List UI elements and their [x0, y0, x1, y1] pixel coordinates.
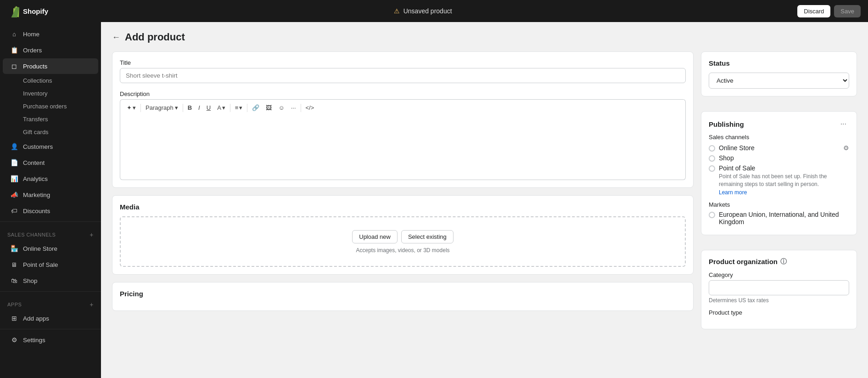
publishing-card: Publishing ··· Sales channels Online Sto… — [701, 111, 857, 235]
products-icon: ◻ — [10, 62, 18, 70]
title-field-label: Title — [120, 59, 686, 66]
sidebar-item-online-store[interactable]: 🏪 Online Store — [3, 241, 98, 256]
sidebar-item-orders[interactable]: 📋 Orders — [3, 42, 98, 58]
shop-icon: 🛍 — [10, 276, 18, 285]
pricing-card: Pricing — [112, 282, 694, 311]
category-input[interactable] — [709, 280, 849, 295]
product-org-title-text: Product organization — [709, 258, 778, 265]
description-toolbar: ✦ ▾ Paragraph ▾ B I U — [120, 99, 686, 116]
sidebar-sub-transfers[interactable]: Transfers — [3, 113, 98, 125]
align-btn[interactable]: ≡ ▾ — [232, 102, 246, 113]
unsaved-label: Unsaved product — [403, 7, 452, 15]
italic-label: I — [198, 104, 200, 111]
pos-channel-name: Point of Sale — [719, 164, 849, 172]
publishing-title: Publishing — [709, 120, 744, 128]
sidebar-item-shop[interactable]: 🛍 Shop — [3, 273, 98, 288]
upload-new-button[interactable]: Upload new — [352, 230, 398, 243]
select-existing-button[interactable]: Select existing — [401, 230, 454, 243]
channel-pos: Point of Sale Point of Sale has not been… — [709, 164, 849, 196]
back-button[interactable]: ← — [112, 33, 120, 42]
code-icon: </> — [306, 104, 314, 111]
image-icon: 🖼 — [266, 104, 272, 111]
sidebar-item-products[interactable]: ◻ Products — [3, 58, 98, 74]
product-type-label: Product type — [709, 309, 849, 316]
bold-btn[interactable]: B — [185, 102, 195, 113]
online-store-label: Online Store — [23, 245, 57, 252]
sidebar-divider-3 — [0, 329, 101, 329]
online-store-radio[interactable] — [709, 145, 715, 152]
sidebar-item-home[interactable]: ⌂ Home — [3, 26, 98, 42]
publishing-more-button[interactable]: ··· — [838, 119, 849, 129]
underline-label: U — [207, 104, 211, 111]
category-hint: Determines US tax rates — [709, 297, 849, 304]
text-color-btn[interactable]: A ▾ — [214, 102, 228, 113]
page-header: ← Add product — [112, 31, 857, 43]
title-description-card: Title Description ✦ ▾ Paragraph — [112, 51, 694, 188]
pos-warning: Point of Sale has not been set up. Finis… — [719, 173, 849, 188]
italic-btn[interactable]: I — [196, 102, 203, 113]
sidebar-sub-purchase-orders[interactable]: Purchase orders — [3, 100, 98, 113]
bold-label: B — [188, 104, 192, 111]
sidebar-item-discounts[interactable]: 🏷 Discounts — [3, 203, 98, 219]
analytics-label: Analytics — [23, 175, 48, 182]
settings-label: Settings — [23, 337, 45, 344]
status-title: Status — [709, 59, 849, 67]
magic-chevron: ▾ — [133, 104, 136, 111]
magic-icon: ✦ — [127, 104, 132, 111]
pos-learn-more-link[interactable]: Learn more — [719, 189, 747, 196]
sidebar-item-customers[interactable]: 👤 Customers — [3, 139, 98, 154]
underline-btn[interactable]: U — [204, 102, 213, 113]
media-dropzone[interactable]: Upload new Select existing Accepts image… — [120, 216, 686, 267]
home-icon: ⌂ — [10, 30, 18, 38]
sidebar-item-analytics[interactable]: 📊 Analytics — [3, 171, 98, 186]
emoji-icon: ☺ — [278, 104, 284, 111]
sales-channels-title: Sales channels — [709, 134, 849, 141]
topbar: shopify ⚠ Unsaved product Discard Save — [0, 0, 868, 22]
link-btn[interactable]: 🔗 — [249, 102, 262, 113]
point-of-sale-label: Point of Sale — [23, 261, 58, 268]
layout: ⌂ Home 📋 Orders ◻ Products Collections I… — [0, 22, 868, 378]
discard-button[interactable]: Discard — [797, 5, 830, 17]
inventory-label: Inventory — [23, 90, 47, 97]
topbar-title: ⚠ Unsaved product — [394, 7, 452, 15]
sidebar-divider-2 — [0, 291, 101, 292]
title-input[interactable] — [120, 68, 686, 83]
description-editor[interactable] — [120, 116, 686, 180]
product-org-title: Product organization ⓘ — [709, 258, 849, 266]
text-color-chevron: ▾ — [222, 104, 225, 111]
product-org-info-icon[interactable]: ⓘ — [780, 258, 787, 266]
toolbar-divider-1 — [140, 104, 141, 112]
media-actions: Upload new Select existing — [352, 230, 453, 243]
category-field: Category Determines US tax rates — [709, 271, 849, 304]
add-apps-label: Add apps — [23, 315, 49, 322]
code-btn[interactable]: </> — [303, 102, 317, 113]
status-select[interactable]: Active Draft — [709, 73, 849, 89]
settings-icon: ⚙ — [10, 336, 18, 344]
magic-btn[interactable]: ✦ ▾ — [124, 102, 139, 113]
more-format-btn[interactable]: ··· — [288, 102, 299, 113]
sidebar-sub-gift-cards[interactable]: Gift cards — [3, 126, 98, 138]
apps-expand[interactable]: + — [90, 301, 94, 308]
shop-label: Shop — [23, 277, 38, 284]
apps-label: Apps — [7, 302, 22, 307]
sales-channels-expand[interactable]: + — [90, 231, 94, 238]
sidebar-divider — [0, 221, 101, 222]
image-btn[interactable]: 🖼 — [263, 102, 274, 113]
toolbar-divider-4 — [247, 104, 247, 112]
sidebar-sub-inventory[interactable]: Inventory — [3, 87, 98, 100]
eu-market-radio[interactable] — [709, 212, 715, 218]
emoji-btn[interactable]: ☺ — [275, 102, 287, 113]
shop-radio[interactable] — [709, 155, 715, 162]
sidebar-item-add-apps[interactable]: ⊞ Add apps — [3, 310, 98, 326]
media-card: Media Upload new Select existing Accepts… — [112, 195, 694, 275]
save-button[interactable]: Save — [834, 5, 861, 17]
sidebar-item-marketing[interactable]: 📣 Marketing — [3, 187, 98, 203]
marketing-label: Marketing — [23, 192, 50, 198]
sidebar-item-settings[interactable]: ⚙ Settings — [3, 332, 98, 348]
align-icon: ≡ — [235, 104, 239, 111]
paragraph-dropdown[interactable]: Paragraph ▾ — [143, 102, 181, 113]
sidebar-sub-collections[interactable]: Collections — [3, 74, 98, 87]
sidebar-item-content[interactable]: 📄 Content — [3, 155, 98, 170]
sidebar-item-point-of-sale[interactable]: 🖥 Point of Sale — [3, 257, 98, 272]
pos-radio[interactable] — [709, 165, 715, 172]
